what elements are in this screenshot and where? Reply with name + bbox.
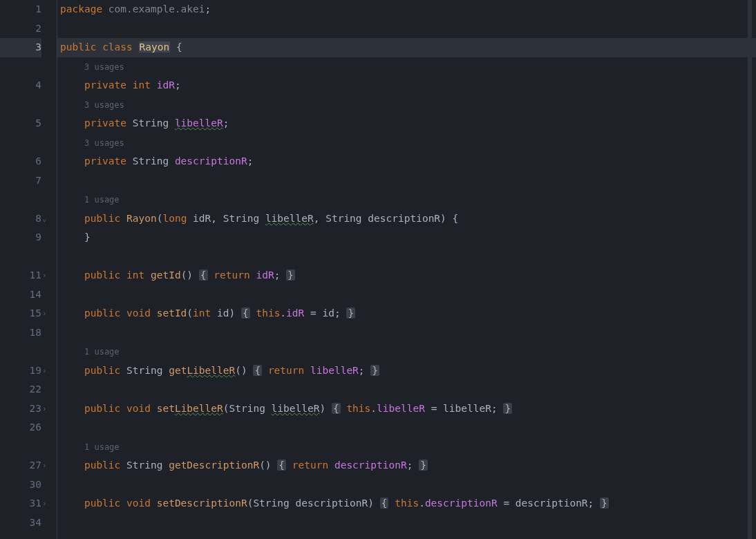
fold-collapsed-icon[interactable]: ›	[42, 494, 47, 513]
line-number-hint	[0, 95, 41, 115]
fold-collapsed-icon[interactable]: ›	[42, 456, 47, 475]
code-line[interactable]: private String descriptionR;	[57, 152, 756, 171]
code-line[interactable]	[57, 323, 756, 343]
usage-hint[interactable]: 1 usage	[57, 437, 756, 457]
usage-hint[interactable]: 1 usage	[57, 190, 756, 209]
line-number[interactable]: 4	[0, 76, 41, 95]
line-number-hint	[0, 133, 41, 153]
code-line[interactable]: private String libelleR;	[57, 114, 756, 133]
usage-hint[interactable]: 1 usage	[57, 342, 756, 361]
line-number[interactable]: 27›	[0, 456, 41, 475]
line-number-hint	[0, 57, 41, 77]
line-number-hint	[0, 190, 41, 209]
code-line[interactable]: public String getDescriptionR() { return…	[57, 456, 756, 475]
line-number[interactable]: 19›	[0, 361, 41, 381]
fold-collapsed-icon[interactable]: ›	[42, 361, 47, 381]
line-number[interactable]: 30	[0, 475, 41, 495]
code-line[interactable]: public Rayon(long idR, String libelleR, …	[57, 209, 756, 229]
gutter: 1 2 3 4 5 6 7 8⌄ 9 11› 14 15› 18 19› 22 …	[0, 0, 57, 539]
code-line[interactable]: public void setDescriptionR(String descr…	[57, 494, 756, 513]
code-line[interactable]	[57, 418, 756, 437]
line-number-hint	[0, 342, 41, 361]
fold-collapsed-icon[interactable]: ›	[42, 399, 47, 419]
code-line[interactable]: public void setId(int id) { this.idR = i…	[57, 304, 756, 323]
line-number-hint	[0, 437, 41, 457]
code-line[interactable]	[57, 513, 756, 533]
code-line[interactable]	[57, 475, 756, 495]
code-line[interactable]: public void setLibelleR(String libelleR)…	[57, 399, 756, 419]
fold-expanded-icon[interactable]: ⌄	[42, 209, 47, 229]
code-line[interactable]: public int getId() { return idR; }	[57, 266, 756, 285]
selection: Rayon	[139, 41, 171, 53]
line-number[interactable]: 7	[0, 171, 41, 191]
code-line[interactable]: }	[57, 228, 756, 247]
code-editor[interactable]: package com.example.akei; public class R…	[57, 0, 756, 539]
line-number[interactable]: 5	[0, 114, 41, 133]
line-number[interactable]: 18	[0, 323, 41, 343]
line-number[interactable]: 1	[0, 0, 41, 19]
code-line[interactable]	[57, 285, 756, 305]
line-number[interactable]: 22	[0, 380, 41, 399]
fold-collapsed-icon[interactable]: ›	[42, 266, 47, 285]
line-number[interactable]: 6	[0, 152, 41, 171]
line-number[interactable]: 3	[0, 38, 41, 57]
code-line[interactable]: public String getLibelleR() { return lib…	[57, 361, 756, 381]
line-number[interactable]: 9	[0, 228, 41, 247]
fold-collapsed-icon[interactable]: ›	[42, 304, 47, 323]
code-line[interactable]	[57, 247, 756, 267]
code-line[interactable]: package com.example.akei;	[57, 0, 756, 19]
line-number[interactable]: 14	[0, 285, 41, 305]
code-line[interactable]	[57, 380, 756, 399]
line-number[interactable]: 31›	[0, 494, 41, 513]
line-number[interactable]: 23›	[0, 399, 41, 419]
code-line[interactable]: private int idR;	[57, 76, 756, 95]
usage-hint[interactable]: 3 usages	[57, 95, 756, 115]
code-line[interactable]	[57, 171, 756, 191]
usage-hint[interactable]: 3 usages	[57, 57, 756, 77]
line-number[interactable]: 26	[0, 418, 41, 437]
code-line-active[interactable]: public class Rayon {	[57, 38, 756, 57]
line-number-empty	[0, 247, 41, 267]
line-number[interactable]: 8⌄	[0, 209, 41, 229]
code-line[interactable]	[57, 19, 756, 39]
usage-hint[interactable]: 3 usages	[57, 133, 756, 153]
line-number[interactable]: 34	[0, 513, 41, 533]
line-number[interactable]: 2	[0, 19, 41, 39]
line-number[interactable]: 11›	[0, 266, 41, 285]
line-number[interactable]: 15›	[0, 304, 41, 323]
